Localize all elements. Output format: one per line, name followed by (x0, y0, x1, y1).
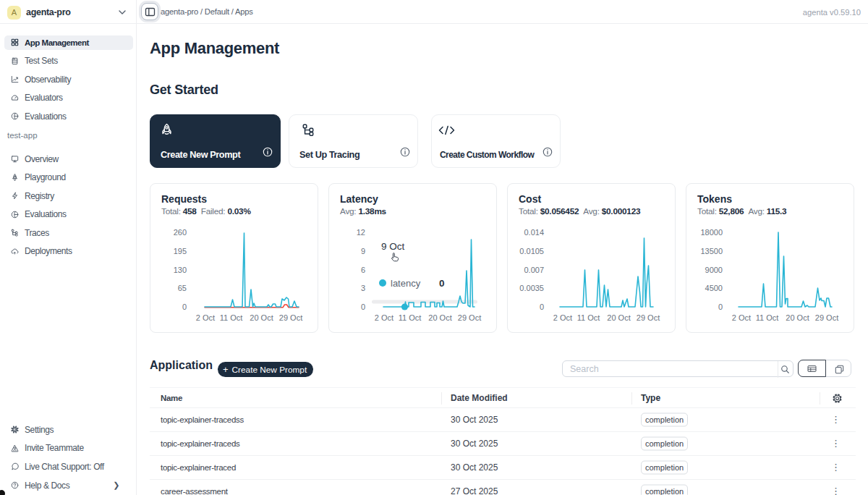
svg-text:20 Oct: 20 Oct (607, 313, 630, 322)
svg-text:0: 0 (540, 302, 544, 311)
svg-text:20 Oct: 20 Oct (786, 313, 809, 322)
svg-text:12: 12 (357, 228, 365, 237)
svg-text:2 Oct: 2 Oct (553, 313, 572, 322)
svg-text:18000: 18000 (700, 228, 723, 237)
svg-text:130: 130 (174, 266, 187, 274)
svg-text:29 Oct: 29 Oct (279, 313, 302, 322)
svg-text:0.0035: 0.0035 (519, 284, 544, 292)
svg-text:2 Oct: 2 Oct (732, 313, 751, 322)
svg-text:latency: latency (391, 278, 421, 289)
svg-text:2 Oct: 2 Oct (196, 313, 215, 322)
svg-text:9000: 9000 (705, 266, 723, 274)
svg-text:0.014: 0.014 (524, 228, 544, 237)
svg-text:20 Oct: 20 Oct (428, 313, 451, 322)
svg-text:0.007: 0.007 (524, 266, 544, 274)
svg-text:0: 0 (361, 302, 365, 311)
svg-text:9: 9 (361, 247, 365, 255)
svg-text:65: 65 (178, 284, 187, 292)
svg-text:11 Oct: 11 Oct (399, 313, 422, 322)
svg-text:29 Oct: 29 Oct (815, 313, 838, 322)
svg-text:0: 0 (718, 302, 723, 311)
svg-text:3: 3 (361, 284, 365, 292)
svg-text:4500: 4500 (705, 284, 723, 292)
svg-text:29 Oct: 29 Oct (637, 313, 660, 322)
svg-text:13500: 13500 (700, 247, 723, 255)
svg-text:6: 6 (361, 266, 365, 274)
svg-text:0: 0 (182, 302, 187, 311)
svg-text:9 Oct: 9 Oct (381, 241, 405, 252)
svg-text:0.0105: 0.0105 (519, 247, 544, 255)
svg-text:195: 195 (174, 247, 187, 255)
svg-text:260: 260 (174, 228, 187, 237)
svg-text:29 Oct: 29 Oct (458, 313, 481, 322)
svg-text:20 Oct: 20 Oct (250, 313, 273, 322)
svg-text:0: 0 (439, 278, 445, 289)
svg-text:11 Oct: 11 Oct (220, 313, 243, 322)
svg-text:2 Oct: 2 Oct (375, 313, 393, 322)
svg-text:11 Oct: 11 Oct (577, 313, 600, 322)
svg-text:11 Oct: 11 Oct (756, 313, 779, 322)
